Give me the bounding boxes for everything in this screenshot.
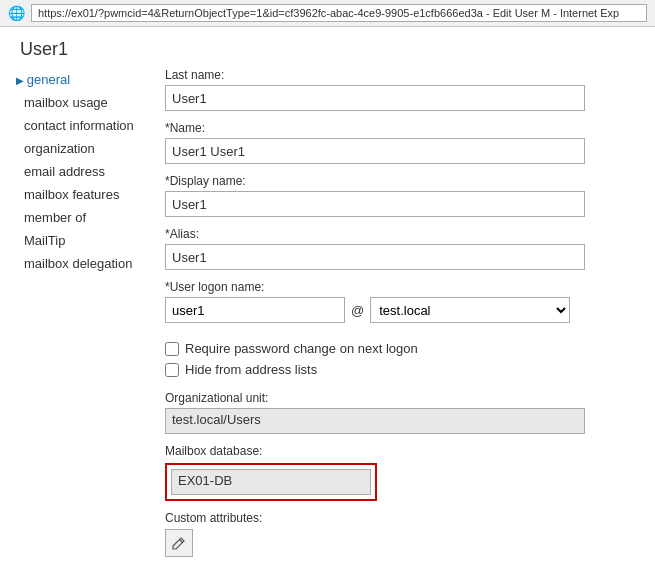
mailbox-db-highlight: EX01-DB [165,463,377,501]
require-password-checkbox[interactable] [165,342,179,356]
sidebar-item-organization[interactable]: organization [10,137,145,160]
sidebar-item-mailbox-delegation[interactable]: mailbox delegation [10,252,145,275]
at-sign: @ [351,303,364,318]
custom-attributes-edit-button[interactable] [165,529,193,557]
org-unit-label: Organizational unit: [165,391,635,405]
sidebar-item-mailbox-usage[interactable]: mailbox usage [10,91,145,114]
sidebar-item-mailbox-features[interactable]: mailbox features [10,183,145,206]
require-password-label: Require password change on next logon [185,341,418,356]
edit-icon [172,536,186,550]
last-name-label: Last name: [165,68,635,82]
alias-group: *Alias: [165,227,635,270]
logon-name-label: *User logon name: [165,280,635,294]
hide-address-label: Hide from address lists [185,362,317,377]
last-name-input[interactable] [165,85,585,111]
main-panel: Last name: *Name: *Display name: *Alias:… [155,68,655,582]
page-title: User1 [0,27,655,68]
alias-label: *Alias: [165,227,635,241]
sidebar-item-general[interactable]: general [10,68,145,91]
name-input[interactable] [165,138,585,164]
hide-address-row: Hide from address lists [165,362,635,377]
sidebar-item-email-address[interactable]: email address [10,160,145,183]
require-password-row: Require password change on next logon [165,341,635,356]
logon-row: @ test.local [165,297,635,323]
domain-select[interactable]: test.local [370,297,570,323]
custom-attributes-label: Custom attributes: [165,511,635,525]
mailbox-db-value: EX01-DB [171,469,371,495]
browser-bar: 🌐 https://ex01/?pwmcid=4&ReturnObjectTyp… [0,0,655,27]
sidebar: general mailbox usage contact informatio… [0,68,155,582]
name-label: *Name: [165,121,635,135]
alias-input[interactable] [165,244,585,270]
mailbox-db-inner: EX01-DB [171,469,371,495]
display-name-input[interactable] [165,191,585,217]
svg-line-0 [180,540,183,543]
sidebar-item-mailtip[interactable]: MailTip [10,229,145,252]
name-group: *Name: [165,121,635,164]
hide-address-checkbox[interactable] [165,363,179,377]
org-unit-value: test.local/Users [165,408,585,434]
custom-attributes-group: Custom attributes: [165,511,635,557]
org-unit-group: Organizational unit: test.local/Users [165,391,635,434]
display-name-group: *Display name: [165,174,635,217]
mailbox-db-group: Mailbox database: EX01-DB [165,444,635,501]
logon-username-input[interactable] [165,297,345,323]
mailbox-db-label: Mailbox database: [165,444,635,458]
display-name-label: *Display name: [165,174,635,188]
ie-icon: 🌐 [8,5,25,21]
url-bar[interactable]: https://ex01/?pwmcid=4&ReturnObjectType=… [31,4,647,22]
sidebar-item-member-of[interactable]: member of [10,206,145,229]
logon-name-group: *User logon name: @ test.local [165,280,635,323]
sidebar-item-contact-information[interactable]: contact information [10,114,145,137]
last-name-group: Last name: [165,68,635,111]
